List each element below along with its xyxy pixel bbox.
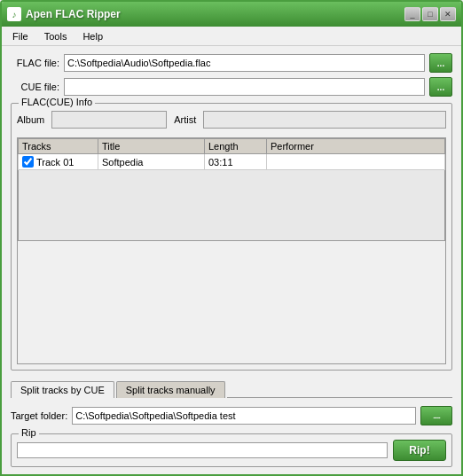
content-area: FLAC file: ... CUE file: ... FLAC(CUE) I… bbox=[2, 46, 461, 474]
title-bar: ♪ Apen FLAC Ripper _ □ ✕ bbox=[2, 2, 461, 27]
performer-cell bbox=[267, 154, 445, 170]
window-controls: _ □ ✕ bbox=[404, 7, 456, 21]
flac-file-label: FLAC file: bbox=[11, 58, 59, 68]
target-folder-input[interactable] bbox=[72, 407, 416, 425]
target-browse-button[interactable]: ........ bbox=[420, 406, 452, 425]
track-name: Track 01 bbox=[36, 157, 74, 168]
tracks-table-container: Tracks Title Length Performer Track 01 bbox=[17, 137, 446, 364]
col-performer: Performer bbox=[267, 139, 445, 154]
artist-input[interactable] bbox=[203, 111, 446, 129]
length-cell: 03:11 bbox=[205, 154, 267, 170]
album-artist-row: Album Artist bbox=[17, 111, 446, 129]
flac-browse-button[interactable]: ... bbox=[429, 53, 452, 73]
rip-group: Rip Rip! bbox=[11, 433, 452, 467]
menu-file[interactable]: File bbox=[5, 29, 35, 43]
menu-bar: File Tools Help bbox=[2, 27, 461, 46]
window-title: Apen FLAC Ripper bbox=[26, 8, 121, 20]
title-bar-left: ♪ Apen FLAC Ripper bbox=[7, 7, 121, 21]
tab-split-manually[interactable]: Split tracks manually bbox=[116, 381, 225, 398]
tabs-container: Split tracks by CUE Split tracks manuall… bbox=[11, 378, 452, 398]
cue-file-label: CUE file: bbox=[11, 82, 59, 92]
artist-label: Artist bbox=[174, 114, 196, 125]
menu-tools[interactable]: Tools bbox=[37, 29, 75, 43]
cue-file-row: CUE file: ... bbox=[11, 77, 452, 97]
col-title: Title bbox=[98, 139, 205, 154]
flac-file-input[interactable] bbox=[64, 54, 425, 72]
album-label: Album bbox=[17, 114, 44, 125]
maximize-button[interactable]: □ bbox=[422, 7, 438, 21]
tab-split-cue[interactable]: Split tracks by CUE bbox=[11, 381, 114, 398]
tab-border bbox=[227, 397, 452, 398]
app-icon: ♪ bbox=[7, 7, 21, 21]
track-checkbox[interactable] bbox=[22, 156, 34, 168]
col-tracks: Tracks bbox=[19, 139, 98, 154]
flac-file-row: FLAC file: ... bbox=[11, 53, 452, 73]
rip-button[interactable]: Rip! bbox=[393, 440, 446, 461]
album-input[interactable] bbox=[51, 111, 167, 129]
title-cell: Softpedia bbox=[98, 154, 205, 170]
table-row: Track 01 Softpedia 03:11 bbox=[19, 154, 445, 170]
col-length: Length bbox=[205, 139, 267, 154]
main-window: ♪ Apen FLAC Ripper _ □ ✕ File Tools Help… bbox=[0, 0, 463, 476]
flac-cue-info-label: FLAC(CUE) Info bbox=[19, 97, 95, 107]
menu-help[interactable]: Help bbox=[75, 29, 110, 43]
minimize-button[interactable]: _ bbox=[404, 7, 420, 21]
table-empty-row bbox=[19, 170, 445, 241]
close-button[interactable]: ✕ bbox=[440, 7, 456, 21]
target-folder-label: Target folder: bbox=[11, 410, 67, 421]
target-folder-row: Target folder: ........ bbox=[11, 406, 452, 425]
cue-file-input[interactable] bbox=[64, 78, 425, 96]
flac-cue-info-group: FLAC(CUE) Info Album Artist Tracks Title… bbox=[11, 103, 452, 371]
rip-group-label: Rip bbox=[19, 427, 39, 438]
tracks-table: Tracks Title Length Performer Track 01 bbox=[18, 138, 445, 241]
cue-browse-button[interactable]: ... bbox=[429, 77, 452, 97]
track-cell: Track 01 bbox=[19, 154, 98, 170]
rip-progress-bar bbox=[17, 442, 388, 458]
